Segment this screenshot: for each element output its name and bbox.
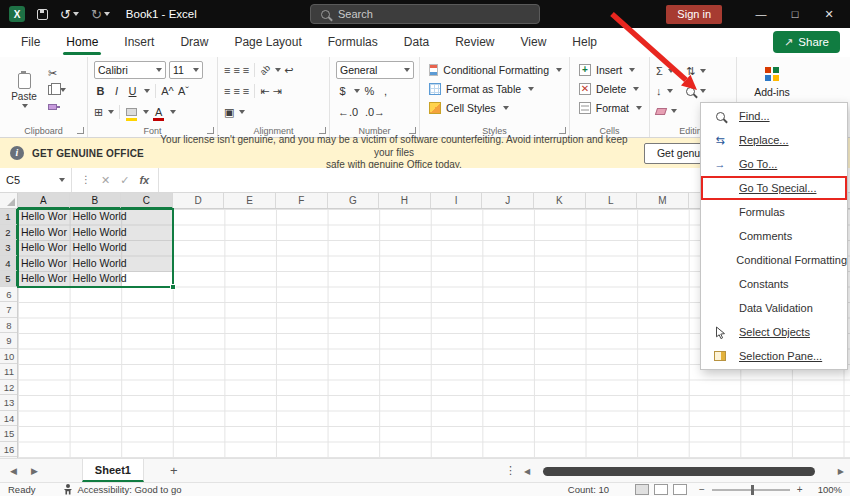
percent-style-button[interactable]: %	[363, 85, 376, 97]
font-size-select[interactable]: 11	[169, 61, 203, 79]
font-color-button[interactable]: A	[152, 107, 165, 118]
dialog-launcher-icon[interactable]	[559, 127, 566, 134]
sheet-tab-sheet1[interactable]: Sheet1	[82, 459, 144, 482]
row-header-6[interactable]: 6	[0, 287, 18, 303]
menu-item-formulas[interactable]: Formulas	[701, 200, 847, 224]
align-bottom-button[interactable]: ≡	[243, 65, 249, 76]
tab-view[interactable]: View	[508, 28, 560, 57]
column-header-m[interactable]: M	[637, 193, 689, 209]
redo-button[interactable]: ↻	[91, 8, 110, 21]
page-break-view-icon[interactable]	[673, 484, 687, 495]
clear-button[interactable]	[656, 102, 677, 120]
sheet-nav-prev-icon[interactable]: ◀	[10, 466, 17, 476]
row-header-14[interactable]: 14	[0, 411, 18, 427]
tab-draw[interactable]: Draw	[167, 28, 221, 57]
format-as-table-button[interactable]: Format as Table	[426, 79, 565, 98]
column-header-a[interactable]: A	[18, 193, 70, 209]
column-header-e[interactable]: E	[224, 193, 276, 209]
column-header-k[interactable]: K	[534, 193, 586, 209]
dialog-launcher-icon[interactable]	[207, 127, 214, 134]
sheet-nav-next-icon[interactable]: ▶	[31, 466, 38, 476]
font-name-select[interactable]: Calibri	[94, 61, 166, 79]
copy-button[interactable]	[48, 84, 66, 96]
column-header-h[interactable]: H	[379, 193, 431, 209]
tab-home[interactable]: Home	[53, 28, 111, 57]
scrollbar-thumb[interactable]	[543, 467, 815, 476]
zoom-out-button[interactable]: −	[699, 484, 705, 495]
comma-style-button[interactable]: ,	[379, 85, 392, 97]
scroll-right-icon[interactable]: ▶	[838, 467, 844, 476]
column-header-j[interactable]: J	[482, 193, 534, 209]
row-header-13[interactable]: 13	[0, 395, 18, 411]
tab-file[interactable]: File	[8, 28, 53, 57]
decrease-indent-button[interactable]: ⇤	[260, 86, 269, 97]
row-header-1[interactable]: 1	[0, 209, 18, 225]
menu-item-find[interactable]: Find...	[701, 104, 847, 128]
dialog-launcher-icon[interactable]	[409, 127, 416, 134]
fill-handle-icon[interactable]	[170, 284, 176, 290]
menu-item-constants[interactable]: Constants	[701, 272, 847, 296]
align-top-button[interactable]: ≡	[224, 65, 230, 76]
name-box[interactable]: C5	[0, 168, 72, 192]
menu-item-conditional-formatting[interactable]: Conditional Formatting	[701, 248, 847, 272]
column-header-l[interactable]: L	[586, 193, 638, 209]
cut-button[interactable]: ✂	[48, 67, 66, 79]
increase-indent-button[interactable]: ⇥	[272, 86, 281, 97]
row-header-4[interactable]: 4	[0, 256, 18, 272]
menu-item-data-validation[interactable]: Data Validation	[701, 296, 847, 320]
share-button[interactable]: ↗ Share	[773, 31, 840, 53]
row-header-8[interactable]: 8	[0, 318, 18, 334]
column-header-d[interactable]: D	[173, 193, 225, 209]
row-header-11[interactable]: 11	[0, 364, 18, 380]
row-header-3[interactable]: 3	[0, 240, 18, 256]
undo-button[interactable]: ↺	[60, 8, 79, 21]
minimize-button[interactable]: —	[744, 0, 778, 28]
search-box[interactable]: Search	[310, 4, 540, 24]
row-header-16[interactable]: 16	[0, 442, 18, 458]
zoom-in-button[interactable]: +	[797, 484, 803, 495]
accessibility-status[interactable]: Accessibility: Good to go	[63, 484, 181, 495]
decrease-font-size-button[interactable]: Aˇ	[177, 85, 190, 97]
row-header-10[interactable]: 10	[0, 349, 18, 365]
cancel-icon[interactable]: ✕	[101, 175, 110, 186]
enter-icon[interactable]: ✓	[120, 175, 129, 186]
autosum-button[interactable]: Σ	[656, 62, 677, 80]
column-header-g[interactable]: G	[328, 193, 380, 209]
orientation-button[interactable]: ab	[258, 63, 272, 77]
tab-review[interactable]: Review	[442, 28, 507, 57]
row-header-7[interactable]: 7	[0, 302, 18, 318]
row-header-15[interactable]: 15	[0, 426, 18, 442]
italic-button[interactable]: I	[110, 85, 123, 97]
zoom-slider[interactable]	[712, 489, 790, 491]
merge-center-button[interactable]: ▣	[224, 107, 234, 118]
increase-decimal-button[interactable]: ←.0	[336, 106, 360, 118]
save-button[interactable]	[37, 9, 48, 20]
row-header-12[interactable]: 12	[0, 380, 18, 396]
underline-button[interactable]: U	[126, 85, 139, 97]
sort-filter-button[interactable]: ⇅	[686, 62, 706, 80]
format-cells-button[interactable]: Format	[576, 98, 645, 117]
tab-insert[interactable]: Insert	[111, 28, 167, 57]
align-left-button[interactable]: ≡	[224, 86, 230, 97]
new-sheet-button[interactable]: +	[170, 463, 178, 478]
select-all-button[interactable]	[0, 193, 18, 209]
paste-button[interactable]: Paste	[6, 62, 42, 118]
column-header-c[interactable]: C	[121, 193, 173, 209]
fill-button[interactable]: ↓	[656, 82, 677, 100]
wrap-text-button[interactable]: ↩	[284, 65, 293, 76]
maximize-button[interactable]: □	[778, 0, 812, 28]
menu-item-go-to-special[interactable]: Go To Special...	[701, 176, 847, 200]
format-painter-button[interactable]	[48, 101, 66, 113]
align-right-button[interactable]: ≡	[243, 86, 249, 97]
row-header-5[interactable]: 5	[0, 271, 18, 287]
cell-styles-button[interactable]: Cell Styles	[426, 98, 565, 117]
tab-data[interactable]: Data	[391, 28, 442, 57]
column-header-b[interactable]: B	[70, 193, 122, 209]
conditional-formatting-button[interactable]: Conditional Formatting	[426, 60, 565, 79]
menu-item-comments[interactable]: Comments	[701, 224, 847, 248]
insert-function-icon[interactable]: fx	[139, 175, 149, 186]
horizontal-scrollbar[interactable]: ◀ ▶	[524, 459, 844, 483]
column-header-i[interactable]: I	[431, 193, 483, 209]
tab-page-layout[interactable]: Page Layout	[221, 28, 314, 57]
insert-cells-button[interactable]: + Insert	[576, 60, 645, 79]
